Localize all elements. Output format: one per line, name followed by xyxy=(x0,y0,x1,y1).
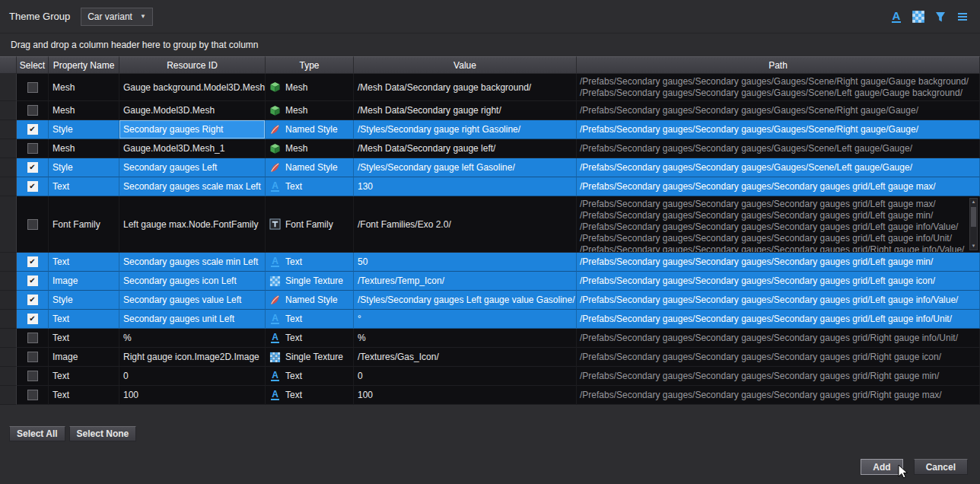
resource-id-cell[interactable]: Right gauge icon.Image2D.Image xyxy=(119,348,266,367)
value-cell: /Styles/Secondary gauge left Gasoline/ xyxy=(354,158,577,177)
font-icon[interactable]: A xyxy=(888,8,905,25)
type-cell: AText xyxy=(266,253,354,272)
path-line: /Prefabs/Secondary gauges/Secondary gaug… xyxy=(580,199,936,210)
cancel-button[interactable]: Cancel xyxy=(914,459,968,475)
row-checkbox[interactable]: ✔ xyxy=(27,275,38,286)
properties-table: SelectProperty NameResource IDTypeValueP… xyxy=(0,56,980,405)
resource-id-cell[interactable]: Secondary gauges scale max Left xyxy=(119,177,266,196)
resource-id-cell[interactable]: Gauge.Model3D.Mesh_1 xyxy=(119,139,266,158)
mesh-icon xyxy=(269,105,281,116)
path-line: /Prefabs/Secondary gauges/Secondary gaug… xyxy=(580,390,942,400)
table-row[interactable]: ✔TextSecondary gauges scale min LeftATex… xyxy=(0,253,980,272)
path-line: /Prefabs/Secondary gauges/Secondary gaug… xyxy=(580,143,912,154)
value-cell: /Font Families/Exo 2.0/ xyxy=(354,196,577,253)
row-checkbox[interactable] xyxy=(27,219,38,230)
row-checkbox[interactable] xyxy=(27,143,38,154)
resource-id-cell[interactable]: Secondary gauges value Left xyxy=(119,291,266,310)
row-checkbox[interactable]: ✔ xyxy=(27,162,38,173)
resource-id-cell[interactable]: 0 xyxy=(119,367,266,386)
value-cell: /Mesh Data/Secondary gauge right/ xyxy=(354,101,577,120)
scroll-up-icon[interactable]: ▲ xyxy=(972,199,976,205)
resource-id-cell[interactable]: Secondary gauges Left xyxy=(119,158,266,177)
path-line: /Prefabs/Secondary gauges/Secondary gaug… xyxy=(580,76,969,88)
group-by-hint: Drag and drop a column header here to gr… xyxy=(11,40,259,50)
path-line: /Prefabs/Secondary gauges/Secondary gaug… xyxy=(580,181,936,192)
group-by-drop-zone[interactable]: Drag and drop a column header here to gr… xyxy=(0,33,980,56)
resource-id-cell[interactable]: 100 xyxy=(119,386,266,405)
column-header-select[interactable]: Select xyxy=(17,56,49,74)
menu-icon[interactable] xyxy=(954,8,971,25)
resource-id-cell[interactable]: Secondary gauges Right xyxy=(119,120,266,139)
select-none-button[interactable]: Select None xyxy=(69,426,137,441)
row-indicator xyxy=(0,74,17,101)
named-style-icon xyxy=(269,124,281,135)
scrollbar-thumb[interactable] xyxy=(971,207,976,227)
text-icon: A xyxy=(269,181,281,193)
table-row[interactable]: ✔ImageSecondary gauges icon LeftSingle T… xyxy=(0,272,980,291)
row-checkbox[interactable]: ✔ xyxy=(27,295,38,305)
table-row[interactable]: Font FamilyLeft gauge max.Node.FontFamil… xyxy=(0,196,980,253)
resource-id-cell[interactable]: % xyxy=(119,329,266,348)
table-row[interactable]: MeshGauge.Model3D.MeshMesh/Mesh Data/Sec… xyxy=(0,101,980,120)
row-checkbox[interactable]: ✔ xyxy=(27,124,38,135)
column-header-type[interactable]: Type xyxy=(266,56,354,74)
table-row[interactable]: ✔StyleSecondary gauges RightNamed Style/… xyxy=(0,120,980,139)
resource-id-cell[interactable]: Gauge.Model3D.Mesh xyxy=(119,101,266,120)
row-checkbox[interactable]: ✔ xyxy=(27,181,38,192)
row-checkbox[interactable] xyxy=(27,390,38,400)
single-texture-icon xyxy=(269,275,281,287)
table-row[interactable]: Text%AText%/Prefabs/Secondary gauges/Sec… xyxy=(0,329,980,348)
named-style-icon xyxy=(269,162,281,174)
select-cell: ✔ xyxy=(17,158,49,177)
texture-icon[interactable] xyxy=(910,8,927,25)
column-header-value[interactable]: Value xyxy=(354,56,577,74)
row-checkbox[interactable] xyxy=(27,105,38,116)
resource-id-cell[interactable]: Secondary gauges icon Left xyxy=(119,272,266,291)
row-checkbox[interactable] xyxy=(27,352,38,362)
property-name-cell: Mesh xyxy=(49,139,119,158)
column-header-path[interactable]: Path xyxy=(577,56,980,74)
cell-scrollbar[interactable]: ▲▼ xyxy=(969,198,978,250)
table-row[interactable]: ✔TextSecondary gauges scale max LeftATex… xyxy=(0,177,980,196)
select-all-button[interactable]: Select All xyxy=(9,426,65,441)
table-row[interactable]: ✔TextSecondary gauges unit LeftAText°/Pr… xyxy=(0,310,980,329)
type-cell: Font Family xyxy=(266,196,354,253)
select-cell xyxy=(17,101,49,120)
filter-icon[interactable] xyxy=(932,8,949,25)
resource-id-cell[interactable]: Secondary gauges unit Left xyxy=(119,310,266,329)
scroll-down-icon[interactable]: ▼ xyxy=(972,244,976,249)
select-cell: ✔ xyxy=(17,310,49,329)
row-indicator xyxy=(0,101,17,120)
row-checkbox[interactable] xyxy=(27,371,38,381)
table-row[interactable]: MeshGauge.Model3D.Mesh_1Mesh/Mesh Data/S… xyxy=(0,139,980,158)
path-line: /Prefabs/Secondary gauges/Secondary gaug… xyxy=(580,233,952,244)
table-row[interactable]: ImageRight gauge icon.Image2D.ImageSingl… xyxy=(0,348,980,367)
table-row[interactable]: ✔StyleSecondary gauges LeftNamed Style/S… xyxy=(0,158,980,177)
row-checkbox[interactable]: ✔ xyxy=(27,256,38,267)
path-cell: /Prefabs/Secondary gauges/Secondary gaug… xyxy=(577,386,980,405)
variant-dropdown[interactable]: Car variant ▼ xyxy=(81,8,153,26)
table-row[interactable]: Text0AText0/Prefabs/Secondary gauges/Sec… xyxy=(0,367,980,386)
resource-id-cell[interactable]: Secondary gauges scale min Left xyxy=(119,253,266,272)
path-cell: /Prefabs/Secondary gauges/Secondary gaug… xyxy=(577,253,980,272)
type-cell: Named Style xyxy=(266,158,354,177)
type-cell: Mesh xyxy=(266,101,354,120)
table-row[interactable]: MeshGauge background.Model3D.MeshMesh/Me… xyxy=(0,74,980,101)
column-header-resource-id[interactable]: Resource ID xyxy=(119,56,266,74)
path-cell: /Prefabs/Secondary gauges/Secondary gaug… xyxy=(577,74,980,101)
row-checkbox[interactable] xyxy=(27,333,38,343)
add-button[interactable]: Add xyxy=(861,459,902,475)
resource-id-cell[interactable]: Left gauge max.Node.FontFamily xyxy=(119,196,266,253)
table-row[interactable]: ✔StyleSecondary gauges value LeftNamed S… xyxy=(0,291,980,310)
row-indicator xyxy=(0,386,17,405)
value-cell: /Styles/Secondary gauge right Gasoline/ xyxy=(354,120,577,139)
path-line: /Prefabs/Secondary gauges/Secondary gaug… xyxy=(580,275,935,286)
text-icon: A xyxy=(269,333,281,344)
path-cell: /Prefabs/Secondary gauges/Secondary gaug… xyxy=(577,367,980,386)
table-row[interactable]: Text100AText100/Prefabs/Secondary gauges… xyxy=(0,386,980,405)
column-header-property-name[interactable]: Property Name xyxy=(49,56,119,74)
row-checkbox[interactable]: ✔ xyxy=(27,314,38,324)
type-label: Text xyxy=(285,314,302,324)
row-checkbox[interactable] xyxy=(27,82,38,93)
resource-id-cell[interactable]: Gauge background.Model3D.Mesh xyxy=(119,74,266,101)
